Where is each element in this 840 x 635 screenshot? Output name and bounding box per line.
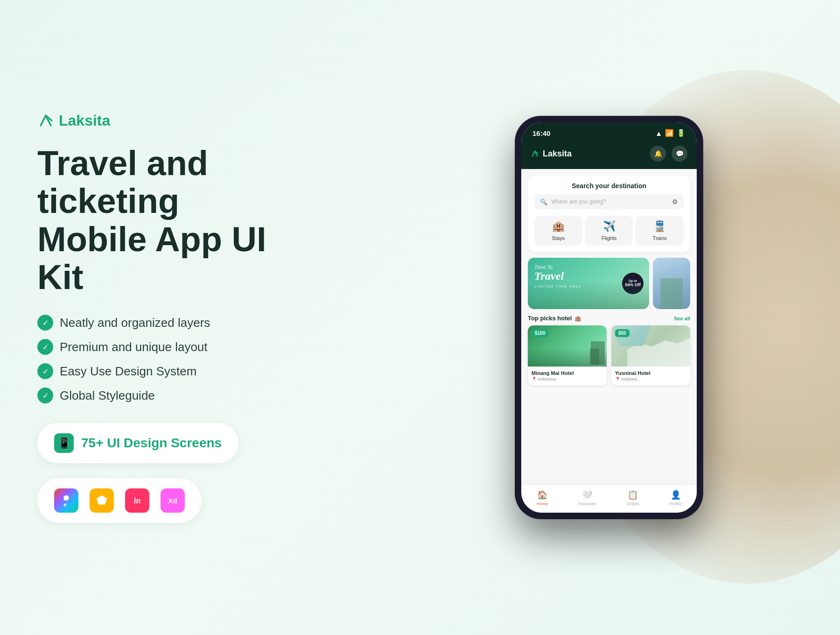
nav-item-home[interactable]: 🏠 Home [537,490,548,506]
stays-icon: 🏨 [552,220,565,233]
screens-badge-icon: 📱 [54,433,74,453]
home-icon: 🏠 [537,490,547,500]
check-icon-2: ✓ [37,339,53,355]
notification-icon[interactable]: 🔔 [650,146,666,162]
headline: Travel and ticketing Mobile App UI Kit [37,144,313,296]
adobexd-icon: Xd [161,488,185,513]
trains-label: Trains [653,235,667,241]
see-all-button[interactable]: See all [674,316,690,321]
category-tab-trains[interactable]: 🚆 Trains [636,216,684,246]
banner-main[interactable]: Time To Travel LIMITED TIME ONLY Up to 5… [528,258,649,309]
hotel-2-price: $50 [615,329,630,337]
check-icon-3: ✓ [37,363,53,379]
bottom-nav: 🏠 Home 🤍 Favourite 📋 Orders 👤 Profile [521,485,697,513]
banner-section: Time To Travel LIMITED TIME ONLY Up to 5… [528,258,690,309]
nav-item-favourite[interactable]: 🤍 Favourite [578,490,596,506]
right-panel: 16:40 ▲ 📶 🔋 Laksita [350,89,840,546]
banner-limited: LIMITED TIME ONLY [534,284,643,289]
hotel-1-price: $100 [532,329,548,337]
check-icon-4: ✓ [37,388,53,403]
search-input[interactable]: Where are you going? [551,198,668,205]
category-tabs: 🏨 Stays ✈️ Flights 🚆 Trains [534,216,684,246]
header-icons: 🔔 💬 [650,146,687,162]
status-icons: ▲ 📶 🔋 [655,129,686,137]
app-header: Laksita 🔔 💬 [521,141,697,169]
feature-item: ✓ Neatly and organized layers [37,315,313,331]
hotel-card-1[interactable]: $100 Minang Mai Hotel 📍 Indonesia [528,325,607,385]
hotel-info-2: Yusninai Hotel 📍 Indonesi... [611,367,690,385]
figma-icon [54,488,78,513]
hotel-image-1: $100 [528,325,607,367]
logo-row: Laksita [37,112,313,129]
hotel-info-1: Minang Mai Hotel 📍 Indonesia [528,367,607,385]
nav-item-orders[interactable]: 📋 Orders [626,490,639,506]
top-picks-header: Top picks hotel 🏨 See all [521,309,697,325]
app-logo-row: Laksita [531,149,572,159]
profile-icon: 👤 [671,490,681,500]
phone-wrapper: 16:40 ▲ 📶 🔋 Laksita [488,89,730,546]
features-list: ✓ Neatly and organized layers ✓ Premium … [37,315,313,403]
top-picks-title: Top picks hotel 🏨 [528,315,581,322]
nav-item-profile[interactable]: 👤 Profile [670,490,682,506]
phone-screen: 16:40 ▲ 📶 🔋 Laksita [521,122,697,513]
hotel-card-2[interactable]: $50 Yusninai Hotel 📍 Indonesi... [611,325,690,385]
flights-label: Flights [602,235,616,241]
favourite-icon: 🤍 [582,490,592,500]
signal-icon: ▲ [655,129,662,137]
invision-icon: in [125,488,149,513]
hotel-1-location: 📍 Indonesia [532,377,603,381]
screens-badge-text: 75+ UI Design Screens [81,436,222,451]
trains-icon: 🚆 [653,220,666,233]
hotel-image-2: $50 [611,325,690,367]
check-icon-1: ✓ [37,315,53,331]
app-logo-icon [531,149,539,158]
search-icon: 🔍 [540,198,547,205]
favourite-label: Favourite [578,501,596,506]
tool-badges: in Xd [37,478,202,523]
status-bar: 16:40 ▲ 📶 🔋 [521,122,697,141]
laksita-logo-icon [37,112,54,129]
hotel-icon: 🏨 [574,315,581,322]
hotel-2-name: Yusninai Hotel [615,370,686,376]
search-input-row[interactable]: 🔍 Where are you going? ⚙ [534,194,684,209]
category-tab-stays[interactable]: 🏨 Stays [534,216,582,246]
orders-icon: 📋 [628,490,638,500]
hotel-1-name: Minang Mai Hotel [532,370,603,376]
category-tab-flights[interactable]: ✈️ Flights [585,216,633,246]
banner-travel: Travel [534,270,643,282]
home-label: Home [537,501,548,506]
svg-marker-0 [97,495,107,505]
battery-icon: 🔋 [677,129,686,137]
wifi-icon: 📶 [665,129,674,137]
feature-item: ✓ Premium and unique layout [37,339,313,355]
phone-frame: 16:40 ▲ 📶 🔋 Laksita [516,117,702,518]
logo-text: Laksita [59,112,110,129]
feature-item: ✓ Easy Use Design System [37,363,313,379]
status-time: 16:40 [532,129,550,137]
feature-item: ✓ Global Styleguide [37,388,313,403]
message-icon[interactable]: 💬 [672,146,687,162]
profile-label: Profile [670,501,682,506]
hotel-cards: $100 Minang Mai Hotel 📍 Indonesia [521,325,697,385]
app-content: Search your destination 🔍 Where are you … [521,169,697,480]
banner-time-to: Time To [534,264,643,270]
filter-icon[interactable]: ⚙ [672,198,678,205]
banner-secondary [653,258,690,309]
app-logo-text: Laksita [543,149,572,159]
hotel-2-location: 📍 Indonesi... [615,377,686,381]
search-section: Search your destination 🔍 Where are you … [528,176,690,252]
orders-label: Orders [626,501,639,506]
screens-badge: 📱 75+ UI Design Screens [37,423,238,463]
sketch-icon [90,488,114,513]
flights-icon: ✈️ [603,220,616,233]
left-panel: Laksita Travel and ticketing Mobile App … [0,75,350,561]
stays-label: Stays [552,235,565,241]
search-section-title: Search your destination [534,182,684,190]
